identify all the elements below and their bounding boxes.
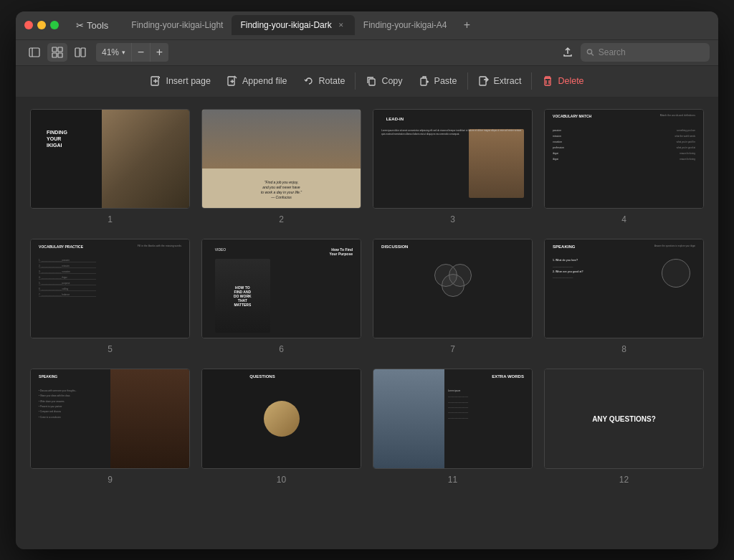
maximize-button[interactable]: [50, 21, 59, 29]
extract-button[interactable]: Extract: [471, 70, 529, 92]
tab-3[interactable]: Finding-your-ikigai-A4: [355, 15, 456, 35]
insert-page-button[interactable]: Insert page: [143, 70, 218, 92]
grid-icon: [52, 47, 63, 58]
svg-rect-3: [58, 47, 62, 52]
title-bar: ✂ Tools Finding-your-ikigai-Light Findin…: [16, 11, 718, 40]
page-thumb-2[interactable]: "Find a job you enjoy,and you will never…: [201, 109, 361, 209]
page-thumb-10[interactable]: QUESTIONS: [201, 369, 361, 468]
slide-6-image: HOW TOFIND ANDDO WORKTHATMATTERS: [215, 259, 270, 333]
slide-2-image: [202, 110, 361, 169]
page-number-12: 12: [619, 475, 629, 485]
paste-button[interactable]: Paste: [411, 70, 464, 92]
zoom-display[interactable]: 41% ▾: [96, 43, 131, 62]
slide-4-header: VOCABULARY MATCH: [553, 114, 591, 118]
page-number-6: 6: [279, 344, 284, 354]
page-number-11: 11: [448, 475, 457, 485]
svg-rect-7: [81, 48, 85, 57]
page-number-4: 4: [621, 214, 626, 224]
zoom-out-button[interactable]: −: [131, 43, 150, 62]
separator-2: [467, 72, 468, 90]
split-view-button[interactable]: [70, 43, 90, 62]
page-item-7[interactable]: DISCUSSION 7: [373, 239, 533, 354]
zoom-control: 41% ▾ − +: [96, 43, 168, 62]
page-item-2[interactable]: "Find a job you enjoy,and you will never…: [201, 109, 361, 224]
slide-5-sub: Fill in the blanks with the missing word…: [138, 245, 181, 247]
content-area[interactable]: FINDINGYOURIKIGAI 1 "Find a job you enjo…: [16, 98, 718, 549]
svg-point-8: [587, 49, 591, 54]
grid-view-button[interactable]: [47, 43, 67, 62]
sidebar-icon: [29, 47, 40, 58]
slide-4-lines: passionsomething you love missionwhat th…: [553, 129, 695, 198]
close-button[interactable]: [24, 21, 33, 29]
tab-1[interactable]: Finding-your-ikigai-Light: [123, 15, 232, 35]
page-thumb-11[interactable]: EXTRA WORDS Lorem ipsum ________________…: [373, 369, 533, 468]
page-item-11[interactable]: EXTRA WORDS Lorem ipsum ________________…: [373, 369, 533, 484]
zoom-in-button[interactable]: +: [150, 43, 168, 62]
page-item-9[interactable]: SPEAKING • Discuss with someone your tho…: [30, 369, 190, 484]
rotate-button[interactable]: Rotate: [296, 70, 353, 92]
tab-add-button[interactable]: +: [459, 16, 476, 34]
page-number-8: 8: [621, 344, 626, 354]
page-item-10[interactable]: QUESTIONS 10: [201, 369, 361, 484]
slide-6-title: How To FindYour Purpose: [330, 247, 353, 256]
page-thumb-9[interactable]: SPEAKING • Discuss with someone your tho…: [30, 369, 190, 468]
separator-3: [531, 72, 532, 90]
slide-11-list: Lorem ipsum _________________ __________…: [448, 389, 524, 421]
rotate-icon: [303, 75, 315, 87]
page-thumb-12[interactable]: ANY QUESTIONS?: [544, 369, 704, 468]
tab-2-close[interactable]: ✕: [336, 20, 346, 30]
page-thumb-5[interactable]: VOCABULARY PRACTICE Fill in the blanks w…: [30, 239, 190, 338]
svg-rect-20: [480, 77, 486, 85]
delete-icon: [542, 75, 553, 87]
page-thumb-8[interactable]: SPEAKING Answer the questions to explore…: [544, 239, 704, 338]
page-number-1: 1: [108, 214, 113, 224]
tab-1-label: Finding-your-ikigai-Light: [131, 20, 223, 30]
page-item-1[interactable]: FINDINGYOURIKIGAI 1: [30, 109, 190, 224]
slide-1-image: [102, 110, 189, 208]
tools-menu[interactable]: ✂ Tools: [70, 17, 114, 34]
page-item-8[interactable]: SPEAKING Answer the questions to explore…: [544, 239, 704, 354]
slide-3-content: Lorem ipsum dolor sit amet consectetur a…: [381, 129, 524, 203]
app-window: ✂ Tools Finding-your-ikigai-Light Findin…: [16, 11, 718, 549]
page-thumb-1[interactable]: FINDINGYOURIKIGAI: [30, 109, 190, 209]
page-item-6[interactable]: VIDEO How To FindYour Purpose HOW TOFIND…: [201, 239, 361, 354]
toolbar-row2: Insert page Append file Rotate Co: [16, 66, 718, 98]
zoom-chevron-icon: ▾: [122, 49, 125, 56]
slide-7-venn: [432, 264, 475, 300]
tab-2[interactable]: Finding-your-ikigai-Dark ✕: [232, 15, 354, 35]
append-file-button[interactable]: Append file: [219, 70, 295, 92]
share-icon: [562, 47, 573, 58]
slide-7-header: DISCUSSION: [381, 245, 408, 249]
search-input[interactable]: [599, 47, 704, 57]
page-thumb-4[interactable]: VOCABULARY MATCH Match the words and def…: [544, 109, 704, 209]
pages-grid: FINDINGYOURIKIGAI 1 "Find a job you enjo…: [30, 109, 704, 485]
page-thumb-7[interactable]: DISCUSSION: [373, 239, 533, 338]
toolbar-row1: 41% ▾ − +: [16, 40, 718, 66]
page-number-7: 7: [450, 344, 455, 354]
slide-10-circle: [264, 401, 300, 437]
svg-rect-4: [52, 53, 57, 57]
copy-button[interactable]: Copy: [358, 70, 409, 92]
slide-4-subheader: Match the words and definitions: [660, 114, 695, 117]
svg-rect-0: [29, 48, 39, 57]
slide-11-image: [373, 369, 444, 468]
page-item-4[interactable]: VOCABULARY MATCH Match the words and def…: [544, 109, 704, 224]
page-number-2: 2: [279, 214, 284, 224]
slide-2-quote: "Find a job you enjoy,and you will never…: [210, 177, 353, 203]
slide-11-header: EXTRA WORDS: [492, 374, 524, 379]
page-number-10: 10: [277, 475, 286, 485]
page-thumb-6[interactable]: VIDEO How To FindYour Purpose HOW TOFIND…: [201, 239, 361, 338]
minimize-button[interactable]: [37, 21, 46, 29]
separator-1: [355, 72, 356, 90]
slide-8-text: 1. What do you love? _________________ 2…: [553, 259, 583, 282]
page-thumb-3[interactable]: LEAD-IN Lorem ipsum dolor sit amet conse…: [373, 109, 533, 209]
sidebar-toggle-button[interactable]: [24, 43, 44, 62]
slide-6-label: VIDEO: [215, 247, 227, 252]
delete-button[interactable]: Delete: [535, 70, 591, 92]
copy-icon: [366, 75, 377, 87]
search-box[interactable]: [581, 43, 710, 62]
page-item-3[interactable]: LEAD-IN Lorem ipsum dolor sit amet conse…: [373, 109, 533, 224]
share-button[interactable]: [558, 42, 578, 62]
page-item-5[interactable]: VOCABULARY PRACTICE Fill in the blanks w…: [30, 239, 190, 354]
page-item-12[interactable]: ANY QUESTIONS? 12: [544, 369, 704, 484]
